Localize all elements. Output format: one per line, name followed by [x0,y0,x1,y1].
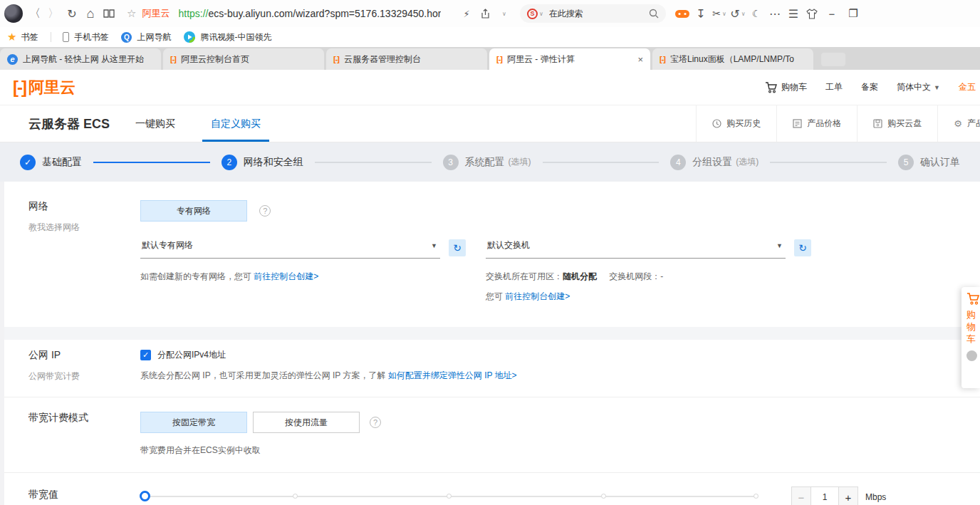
chevron-down-icon: ▼ [431,242,437,249]
purchase-history-link[interactable]: 购买历史 [696,105,776,142]
url-dropdown-icon[interactable]: ∨ [494,4,513,23]
fixed-bandwidth-button[interactable]: 按固定带宽 [140,412,247,433]
night-mode-icon[interactable]: ☾ [747,4,766,23]
bookmark-video[interactable]: 腾讯视频-中国领先 [184,31,271,43]
bookmarks-bar: ★ 书签 手机书签 Q 上网导航 腾讯视频-中国领先 [0,27,980,47]
vpc-type-button[interactable]: 专有网络 [140,200,247,222]
public-ip-sublabel: 公网带宽计费 [28,370,140,382]
vpc-refresh-button[interactable]: ↻ [449,239,466,256]
vswitch-create-link[interactable]: 前往控制台创建> [505,291,570,301]
more-icon[interactable]: ⋯ [766,4,784,23]
cart-float-panel[interactable]: 购 物 车 [961,287,980,388]
bookmark-manager[interactable]: ★ 书签 [7,31,38,43]
minimize-icon[interactable]: − [821,8,843,20]
tab-quick-buy[interactable]: 一键购买 [127,105,184,142]
product-console-link[interactable]: ⚙ 产品控制台 [937,105,980,142]
bandwidth-value-label: 带宽值 [28,489,140,501]
bookmark-star-icon[interactable]: ☆ [127,7,136,20]
profile-avatar[interactable] [4,4,23,23]
disk-icon [873,119,882,128]
beian-link[interactable]: 备案 [861,81,878,93]
magnifier-icon[interactable] [649,9,659,19]
help-question-icon[interactable]: ? [259,205,271,217]
aliyun-favicon: [-] [333,55,339,63]
network-row: 网络 教我选择网络 专有网络 ? 默认专有网络▼ ↻ 如需创建新的专有网络，您可 [0,182,980,327]
reading-mode-icon[interactable] [100,4,118,23]
tab-close-icon[interactable]: × [637,54,643,65]
skin-icon[interactable] [803,4,821,23]
tab-custom-buy[interactable]: 自定义购买 [202,105,269,142]
home-icon[interactable]: ⌂ [81,4,100,23]
slider-tick [601,494,606,499]
screenshot-icon[interactable]: ✂∨ [710,4,729,23]
url-bar[interactable]: ☆ 阿里云 https://ecs-buy.aliyun.com/wizard?… [123,4,457,24]
bookmark-nav[interactable]: Q 上网导航 [121,31,171,43]
download-icon[interactable]: ↧ [692,4,710,23]
e-favicon: e [7,54,18,65]
vswitch-refresh-button[interactable]: ↻ [794,239,811,256]
bandwidth-mode-label: 带宽计费模式 [28,412,140,425]
bookmark-mobile[interactable]: 手机书签 [63,31,108,43]
engine-chevron-icon[interactable]: ∨ [539,11,543,17]
new-tab-button[interactable] [821,53,845,66]
language-select[interactable]: 简体中文▼ [897,81,940,93]
tab-aliyun-console[interactable]: [-] 阿里云控制台首页 [163,48,324,70]
vpc-select[interactable]: 默认专有网络▼ [140,237,440,259]
bandwidth-input[interactable]: 1 [810,486,839,505]
nav-q-icon: Q [121,32,132,43]
tab-elastic-compute-active[interactable]: [-] 阿里云 - 弹性计算 × [489,48,650,70]
maximize-icon[interactable]: ❐ [843,7,864,20]
traffic-bandwidth-button[interactable]: 按使用流量 [253,412,360,433]
step-number: 2 [221,155,237,170]
aliyun-logo[interactable]: [-] 阿里云 [13,77,75,98]
game-center-icon[interactable] [673,4,692,23]
step-system-config[interactable]: 3 系统配置 (选填) [443,155,531,170]
browser-toolbar: 〈 〉 ↻ ⌂ ☆ 阿里云 https://ecs-buy.aliyun.com… [0,0,980,27]
step-confirm-order[interactable]: 5 确认订单 [898,155,960,170]
search-placeholder: 在此搜索 [549,8,649,20]
undo-icon[interactable]: ↺∨ [729,4,747,23]
ticket-link[interactable]: 工单 [825,81,843,93]
decrease-button[interactable]: − [791,486,810,505]
tab-nav-home[interactable]: e 上网导航 - 轻快上网 从这里开始 [0,48,161,70]
search-engine-icon[interactable]: S [527,9,538,19]
increase-button[interactable]: + [839,486,858,505]
public-ip-label: 公网 IP [28,349,140,362]
flash-icon[interactable]: ⚡ [457,4,476,23]
step-number: 3 [443,155,459,170]
cart-link[interactable]: 购物车 [765,81,807,93]
browser-search[interactable]: S ∨ 在此搜索 [520,4,666,23]
slider-tick [447,494,452,499]
step-grouping[interactable]: 4 分组设置 (选填) [670,155,759,170]
user-name[interactable]: 金五 [959,81,976,93]
tab-bt-panel[interactable]: [-] 宝塔Linux面板（LAMP/LNMP/To [652,48,813,70]
step-connector [770,162,887,163]
vswitch-select[interactable]: 默认交换机▼ [486,237,786,259]
network-help-link[interactable]: 教我选择网络 [28,222,80,232]
vswitch-create-note: 您可 前往控制台创建> [486,291,811,303]
ipv4-checkbox[interactable]: ✓ [140,350,151,360]
step-basic-config[interactable]: ✓ 基础配置 [20,155,82,170]
eip-doc-link[interactable]: 如何配置并绑定弹性公网 IP 地址> [388,370,517,380]
chevron-down-icon: ▼ [934,84,940,91]
back-icon[interactable]: 〈 [26,4,44,23]
public-ip-desc: 系统会分配公网 IP，也可采用更加灵活的弹性公网 IP 方案，了解 如何配置并绑… [140,370,980,382]
aliyun-favicon: [-] [660,55,665,63]
help-question-icon[interactable]: ? [370,417,381,428]
slider-handle[interactable] [140,491,150,501]
refresh-icon[interactable]: ↻ [63,4,81,23]
tab-strip: e 上网导航 - 轻快上网 从这里开始 [-] 阿里云控制台首页 [-] 云服务… [0,47,980,70]
step-network-security[interactable]: 2 网络和安全组 [221,155,303,170]
ipv4-checkbox-label[interactable]: 分配公网IPv4地址 [157,349,226,361]
menu-icon[interactable]: ☰ [784,4,803,23]
tab-ecs-console[interactable]: [-] 云服务器管理控制台 [326,48,487,70]
section-separator [0,327,980,340]
ecs-header: 云服务器 ECS 一键购买 自定义购买 购买历史 产品价格 购买云盘 ⚙ 产品控… [0,105,980,142]
forward-icon[interactable]: 〉 [44,4,63,23]
product-price-link[interactable]: 产品价格 [776,105,857,142]
vpc-create-link[interactable]: 前往控制台创建> [254,271,318,281]
bandwidth-slider[interactable]: 1M 50M 100M 150M 200M [140,489,757,505]
buy-disk-link[interactable]: 购买云盘 [857,105,937,142]
aliyun-header: [-] 阿里云 购物车 工单 备案 简体中文▼ 金五 [0,70,980,105]
share-icon[interactable] [476,4,494,23]
